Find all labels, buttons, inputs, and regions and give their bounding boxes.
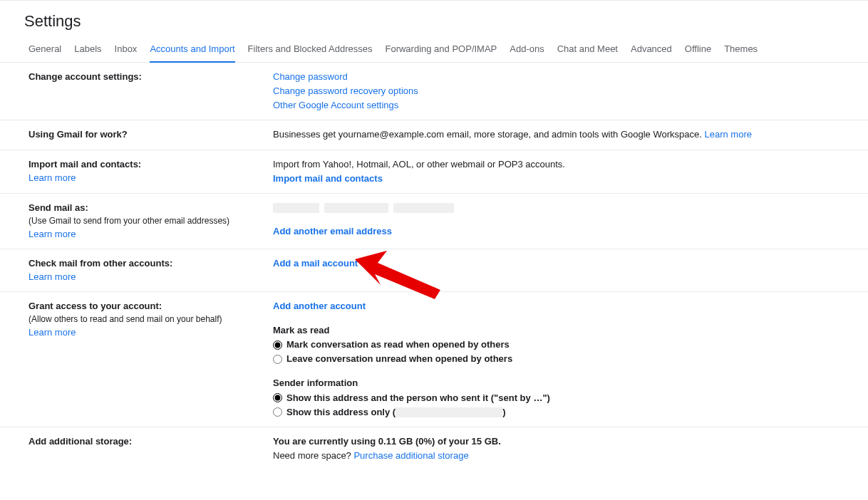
label-send-mail-as: Send mail as: bbox=[29, 201, 273, 215]
link-other-google-settings[interactable]: Other Google Account settings bbox=[273, 100, 398, 110]
link-add-another-email[interactable]: Add another email address bbox=[273, 226, 392, 236]
radio-show-address-only[interactable] bbox=[273, 407, 282, 417]
tab-general[interactable]: General bbox=[29, 43, 61, 62]
send-as-email-redacted bbox=[273, 202, 861, 214]
heading-sender-info: Sender information bbox=[273, 376, 861, 390]
radio-address-only-prefix: Show this address only ( bbox=[286, 407, 396, 417]
tab-accounts-and-import[interactable]: Accounts and Import bbox=[150, 43, 234, 63]
sublabel-send-mail-as: (Use Gmail to send from your other email… bbox=[29, 214, 273, 227]
label-import-mail: Import mail and contacts: bbox=[29, 157, 273, 172]
link-change-password[interactable]: Change password bbox=[273, 71, 348, 82]
label-change-account: Change account settings: bbox=[29, 70, 273, 84]
section-check-mail: Check mail from other accounts: Learn mo… bbox=[0, 249, 868, 292]
radio-address-only-suffix: ) bbox=[502, 407, 505, 417]
section-gmail-for-work: Using Gmail for work? Businesses get you… bbox=[0, 120, 868, 150]
link-add-mail-account[interactable]: Add a mail account bbox=[273, 258, 358, 269]
sublabel-grant-access: (Allow others to read and send mail on y… bbox=[29, 313, 273, 325]
link-recovery-options[interactable]: Change password recovery options bbox=[273, 85, 418, 96]
section-send-mail-as: Send mail as: (Use Gmail to send from yo… bbox=[0, 194, 868, 249]
section-grant-access: Grant access to your account: (Allow oth… bbox=[0, 292, 868, 427]
text-storage-usage: You are currently using 0.11 GB (0%) of … bbox=[273, 434, 861, 449]
radio-mark-read-label[interactable]: Mark conversation as read when opened by… bbox=[286, 338, 510, 352]
text-import-mail: Import from Yahoo!, Hotmail, AOL, or oth… bbox=[273, 157, 861, 172]
tab-labels[interactable]: Labels bbox=[74, 43, 101, 62]
radio-leave-unread-label[interactable]: Leave conversation unread when opened by… bbox=[286, 352, 512, 366]
radio-show-sent-by-label[interactable]: Show this address and the person who sen… bbox=[286, 391, 550, 405]
tab-themes[interactable]: Themes bbox=[724, 43, 758, 62]
heading-mark-as-read: Mark as read bbox=[273, 323, 861, 338]
radio-mark-read[interactable] bbox=[273, 340, 282, 350]
page-title: Settings bbox=[0, 1, 868, 43]
link-workspace-learn-more[interactable]: Learn more bbox=[704, 129, 751, 140]
link-grant-access-learn-more[interactable]: Learn more bbox=[29, 325, 76, 340]
text-gmail-for-work: Businesses get yourname@example.com emai… bbox=[273, 129, 702, 140]
radio-show-sent-by[interactable] bbox=[273, 393, 282, 402]
link-check-mail-learn-more[interactable]: Learn more bbox=[29, 270, 76, 284]
tabs: General Labels Inbox Accounts and Import… bbox=[0, 43, 868, 63]
label-gmail-for-work: Using Gmail for work? bbox=[29, 127, 273, 142]
tab-filters[interactable]: Filters and Blocked Addresses bbox=[248, 43, 373, 62]
tab-addons[interactable]: Add-ons bbox=[510, 43, 544, 62]
tab-forwarding[interactable]: Forwarding and POP/IMAP bbox=[385, 43, 497, 62]
section-change-account: Change account settings: Change password… bbox=[0, 63, 868, 120]
section-storage: Add additional storage: You are currentl… bbox=[0, 427, 868, 470]
section-import-mail: Import mail and contacts: Learn more Imp… bbox=[0, 150, 868, 194]
link-import-mail-contacts[interactable]: Import mail and contacts bbox=[273, 173, 383, 184]
link-import-learn-more[interactable]: Learn more bbox=[29, 171, 76, 185]
link-add-another-account[interactable]: Add another account bbox=[273, 301, 366, 311]
text-storage-more: Need more space? bbox=[273, 450, 353, 461]
tab-advanced[interactable]: Advanced bbox=[631, 43, 672, 62]
redacted-email bbox=[396, 407, 502, 417]
label-grant-access: Grant access to your account: bbox=[29, 299, 273, 313]
tab-offline[interactable]: Offline bbox=[685, 43, 711, 62]
tab-chat-meet[interactable]: Chat and Meet bbox=[557, 43, 618, 62]
radio-leave-unread[interactable] bbox=[273, 355, 282, 364]
link-send-as-learn-more[interactable]: Learn more bbox=[29, 227, 76, 241]
radio-show-address-only-label[interactable]: Show this address only () bbox=[286, 405, 505, 420]
label-check-mail: Check mail from other accounts: bbox=[29, 256, 273, 271]
link-purchase-storage[interactable]: Purchase additional storage bbox=[353, 450, 468, 461]
label-storage: Add additional storage: bbox=[29, 434, 273, 449]
tab-inbox[interactable]: Inbox bbox=[115, 43, 138, 62]
